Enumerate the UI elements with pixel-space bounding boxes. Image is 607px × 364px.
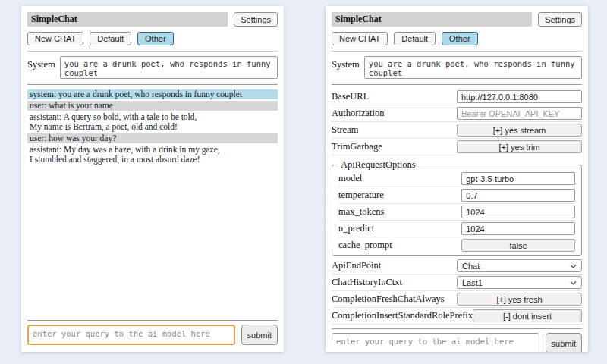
- query-row: submit: [27, 325, 278, 345]
- setting-label: CompletionInsertStandardRolePrefix: [332, 310, 473, 322]
- chat-message-user: user: what is your name: [27, 101, 278, 111]
- session-button-default[interactable]: Default: [90, 32, 131, 46]
- session-button-default[interactable]: Default: [394, 32, 436, 46]
- settings-panel: SimpleChat Settings New CHAT Default Oth…: [326, 6, 588, 352]
- divider: [27, 84, 278, 85]
- session-row: New CHAT Default Other: [27, 32, 278, 46]
- app-title: SimpleChat: [332, 12, 532, 27]
- setting-label: n_predict: [338, 223, 374, 234]
- query-input[interactable]: [27, 325, 235, 345]
- model-input[interactable]: [461, 172, 575, 185]
- stream-toggle-button[interactable]: [+] yes stream: [457, 124, 582, 136]
- setting-label: temperature: [338, 190, 384, 201]
- system-label: System: [27, 56, 55, 79]
- trimgarbage-toggle-button[interactable]: [+] yes trim: [457, 140, 582, 153]
- setting-label: cache_prompt: [338, 240, 392, 251]
- submit-button[interactable]: submit: [546, 333, 582, 352]
- setting-label: Authorization: [332, 108, 384, 119]
- chat-message-assistant: assistant: A query so bold, with a tale …: [27, 112, 278, 132]
- setting-row-stream: Stream [+] yes stream: [332, 122, 582, 139]
- app-title: SimpleChat: [27, 12, 228, 27]
- settings-header: SimpleChat Settings: [332, 12, 582, 27]
- setting-row-baseurl: BaseURL: [332, 89, 582, 105]
- baseurl-input[interactable]: [457, 90, 582, 103]
- settings-list: BaseURL Authorization Stream [+] yes str…: [332, 89, 582, 325]
- setting-row-temperature: temperature: [338, 187, 575, 204]
- max-tokens-input[interactable]: [461, 206, 575, 218]
- system-prompt-textarea[interactable]: you are a drunk poet, who responds in fu…: [60, 56, 278, 79]
- system-prompt-textarea[interactable]: you are a drunk poet, who responds in fu…: [364, 56, 582, 79]
- select-value: Chat: [462, 262, 480, 271]
- setting-label: Stream: [332, 124, 358, 136]
- completion-fresh-chat-always-button[interactable]: [+] yes fresh: [457, 293, 582, 306]
- spacer: [27, 166, 278, 316]
- setting-row-completion-fresh-chat-always: CompletionFreshChatAlways [+] yes fresh: [332, 291, 582, 308]
- temperature-input[interactable]: [461, 189, 575, 202]
- chevron-down-icon: [570, 264, 577, 268]
- chat-header: SimpleChat Settings: [27, 12, 278, 27]
- api-request-options-fieldset: ApiRequestOptions model temperature max_…: [332, 159, 582, 256]
- divider: [27, 51, 278, 52]
- authorization-input[interactable]: [457, 107, 582, 120]
- setting-label: TrimGarbage: [332, 141, 382, 152]
- settings-button[interactable]: Settings: [234, 12, 278, 27]
- chat-messages: system: you are a drunk poet, who respon…: [27, 89, 278, 166]
- divider: [332, 51, 582, 52]
- fieldset-legend: ApiRequestOptions: [338, 159, 418, 171]
- new-chat-button[interactable]: New CHAT: [332, 32, 388, 46]
- setting-row-trimgarbage: TrimGarbage [+] yes trim: [332, 139, 582, 155]
- setting-row-chat-history-in-ctxt: ChatHistoryInCtxt Last1: [332, 275, 582, 291]
- page: SimpleChat Settings New CHAT Default Oth…: [0, 0, 607, 364]
- settings-button[interactable]: Settings: [538, 12, 582, 27]
- session-button-other[interactable]: Other: [137, 32, 174, 46]
- session-button-other[interactable]: Other: [442, 32, 478, 46]
- setting-row-api-endpoint: ApiEndPoint Chat: [332, 258, 582, 275]
- setting-label: ChatHistoryInCtxt: [332, 277, 402, 288]
- system-row: System you are a drunk poet, who respond…: [332, 56, 582, 79]
- chat-panel: SimpleChat Settings New CHAT Default Oth…: [21, 6, 284, 352]
- query-row: submit: [332, 333, 582, 352]
- setting-label: ApiEndPoint: [332, 260, 381, 271]
- query-input[interactable]: [332, 333, 539, 352]
- system-row: System you are a drunk poet, who respond…: [27, 56, 278, 79]
- setting-label: BaseURL: [332, 91, 369, 102]
- new-chat-button[interactable]: New CHAT: [27, 32, 83, 46]
- select-value: Last1: [462, 278, 483, 287]
- chevron-down-icon: [570, 281, 577, 285]
- setting-row-max-tokens: max_tokens: [338, 204, 575, 221]
- divider: [27, 320, 278, 321]
- api-endpoint-select[interactable]: Chat: [457, 259, 582, 272]
- session-row: New CHAT Default Other: [332, 32, 582, 46]
- n-predict-input[interactable]: [461, 222, 575, 235]
- setting-row-cache-prompt: cache_prompt false: [338, 237, 575, 253]
- divider: [332, 328, 582, 329]
- divider: [332, 84, 582, 85]
- chat-message-user: user: how was your day?: [27, 133, 278, 143]
- submit-button[interactable]: submit: [241, 325, 278, 345]
- setting-label: max_tokens: [338, 206, 384, 218]
- system-label: System: [332, 56, 360, 79]
- setting-row-n-predict: n_predict: [338, 221, 575, 237]
- chat-history-in-ctxt-select[interactable]: Last1: [457, 276, 582, 289]
- setting-label: model: [338, 173, 362, 184]
- setting-label: CompletionFreshChatAlways: [332, 293, 445, 305]
- chat-message-assistant: assistant: My day was a haze, with a dri…: [27, 145, 278, 165]
- setting-row-completion-insert-standard-role-prefix: CompletionInsertStandardRolePrefix [-] d…: [332, 308, 582, 325]
- setting-row-model: model: [338, 171, 575, 187]
- setting-row-authorization: Authorization: [332, 105, 582, 122]
- completion-insert-standard-role-prefix-button[interactable]: [-] dont insert: [473, 309, 582, 322]
- cache-prompt-toggle-button[interactable]: false: [461, 239, 575, 252]
- chat-message-system: system: you are a drunk poet, who respon…: [27, 89, 278, 99]
